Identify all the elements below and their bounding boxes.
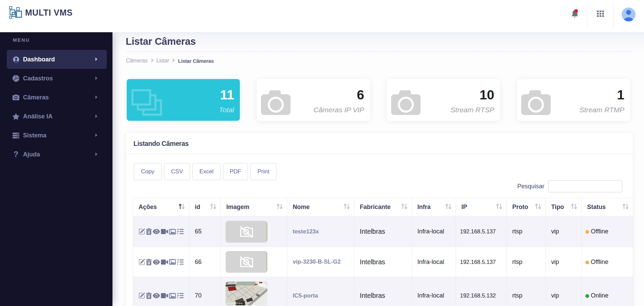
svg-text:14-12-2023 14:18:46: 14-12-2023 14:18:46 bbox=[227, 302, 243, 304]
svg-text:Intelbras: Intelbras bbox=[228, 282, 234, 284]
